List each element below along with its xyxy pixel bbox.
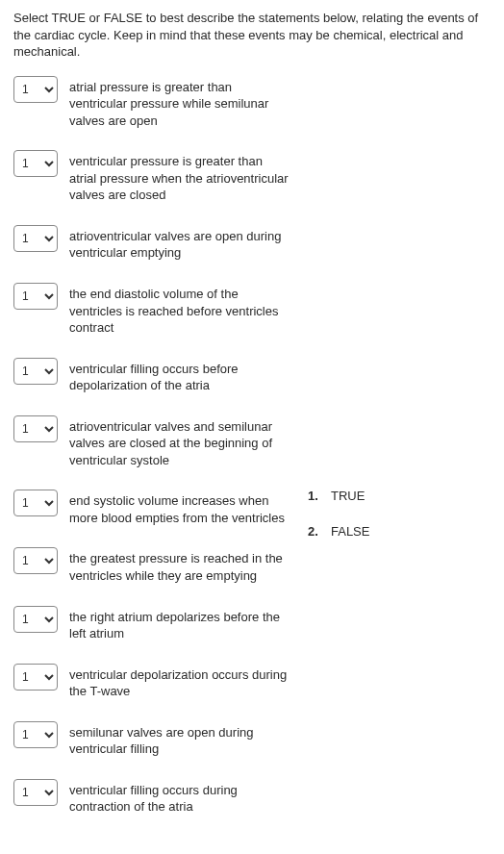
question-row: 1 ventricular pressure is greater than a…: [13, 150, 292, 204]
statement-text: the end diastolic volume of the ventricl…: [69, 283, 292, 337]
question-row: 1 the end diastolic volume of the ventri…: [13, 283, 292, 337]
content-area: 1 atrial pressure is greater than ventri…: [13, 76, 491, 837]
option-number: 1.: [308, 488, 321, 505]
question-row: 1 end systolic volume increases when mor…: [13, 490, 292, 526]
select-wrap: 1: [13, 76, 58, 103]
statement-text: ventricular pressure is greater than atr…: [69, 150, 292, 204]
questions-column: 1 atrial pressure is greater than ventri…: [13, 76, 292, 837]
select-wrap: 1: [13, 547, 58, 574]
statement-text: atrioventricular valves and semilunar va…: [69, 415, 292, 469]
statement-text: ventricular filling occurs before depola…: [69, 358, 292, 394]
select-wrap: 1: [13, 664, 58, 691]
select-wrap: 1: [13, 490, 58, 516]
instructions-text: Select TRUE or FALSE to best describe th…: [13, 10, 491, 61]
answer-select[interactable]: 1: [13, 606, 58, 633]
question-row: 1 atrial pressure is greater than ventri…: [13, 76, 292, 130]
statement-text: atrial pressure is greater than ventricu…: [69, 76, 292, 130]
select-wrap: 1: [13, 358, 58, 385]
question-row: 1 the right atrium depolarizes before th…: [13, 606, 292, 642]
option-row: 2. FALSE: [308, 523, 491, 540]
option-label: TRUE: [331, 488, 365, 505]
question-row: 1 ventricular filling occurs during cont…: [13, 779, 292, 816]
statement-text: the right atrium depolarizes before the …: [69, 606, 292, 642]
select-wrap: 1: [13, 283, 58, 310]
answer-select[interactable]: 1: [13, 76, 58, 103]
answer-select[interactable]: 1: [13, 490, 58, 516]
statement-text: the greatest pressure is reached in the …: [69, 547, 292, 584]
question-row: 1 atrioventricular valves and semilunar …: [13, 415, 292, 469]
answer-select[interactable]: 1: [13, 547, 58, 574]
answer-select[interactable]: 1: [13, 415, 58, 442]
answer-select[interactable]: 1: [13, 225, 58, 252]
select-wrap: 1: [13, 779, 58, 806]
select-wrap: 1: [13, 225, 58, 252]
select-wrap: 1: [13, 606, 58, 633]
statement-text: ventricular filling occurs during contra…: [69, 779, 292, 816]
statement-text: semilunar valves are open during ventric…: [69, 721, 292, 758]
statement-text: atrioventricular valves are open during …: [69, 225, 292, 262]
question-row: 1 the greatest pressure is reached in th…: [13, 547, 292, 584]
question-row: 1 semilunar valves are open during ventr…: [13, 721, 292, 758]
answer-select[interactable]: 1: [13, 721, 58, 748]
option-row: 1. TRUE: [308, 488, 491, 505]
answer-select[interactable]: 1: [13, 283, 58, 310]
select-wrap: 1: [13, 721, 58, 748]
select-wrap: 1: [13, 415, 58, 442]
option-number: 2.: [308, 523, 321, 540]
question-row: 1 ventricular filling occurs before depo…: [13, 358, 292, 394]
question-row: 1 ventricular depolarization occurs duri…: [13, 664, 292, 700]
answer-select[interactable]: 1: [13, 779, 58, 806]
answer-select[interactable]: 1: [13, 358, 58, 385]
question-row: 1 atrioventricular valves are open durin…: [13, 225, 292, 262]
answer-select[interactable]: 1: [13, 664, 58, 691]
statement-text: ventricular depolarization occurs during…: [69, 664, 292, 700]
option-label: FALSE: [331, 523, 369, 540]
options-column: 1. TRUE 2. FALSE: [308, 76, 491, 837]
statement-text: end systolic volume increases when more …: [69, 490, 292, 526]
answer-select[interactable]: 1: [13, 150, 58, 177]
select-wrap: 1: [13, 150, 58, 177]
